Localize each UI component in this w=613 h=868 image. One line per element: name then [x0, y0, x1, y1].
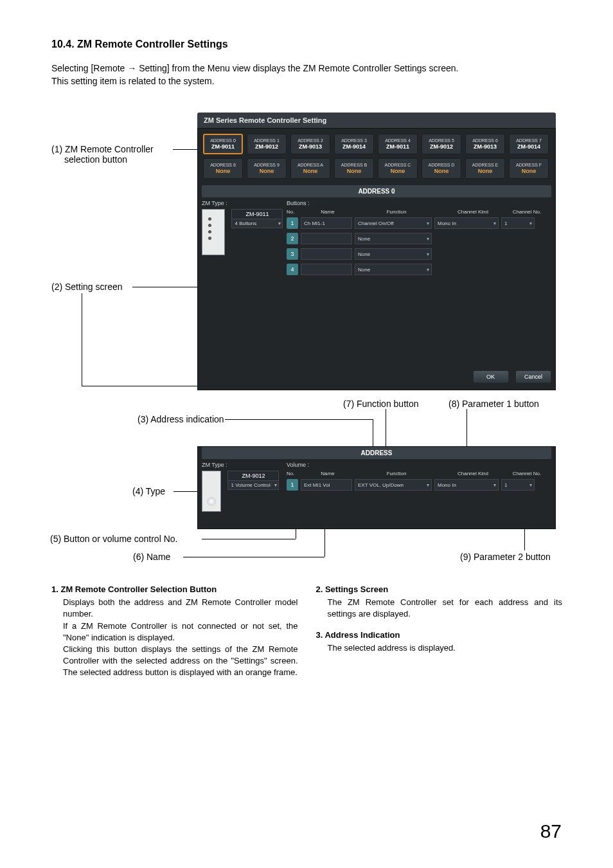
address-indicator-detail: ADDRESS [202, 447, 551, 459]
zm-type-label-detail: ZM Type : [202, 462, 284, 468]
item-2-title: 2. Settings Screen [316, 584, 563, 595]
hdr-name: Name [301, 471, 355, 476]
buttons-header: No. Name Function Channel Kind Channel N… [287, 209, 551, 215]
cancel-button[interactable]: Cancel [515, 370, 551, 383]
callout-7: (7) Function button [343, 399, 419, 409]
row-no: 1 [287, 217, 298, 229]
callout-4: (4) Type [132, 486, 165, 496]
function-select[interactable]: Channel On/Off▾ [355, 217, 432, 229]
button-row-detail-1: 1 Ext MI1 Vol EXT VOL. Up/Down▾ Mono In▾… [287, 479, 551, 491]
row-no: 1 [287, 479, 298, 491]
address-grid: ADDRESS 0ZM-9011 ADDRESS 1ZM-9012 ADDRES… [202, 132, 551, 181]
type-name-detail: ZM-9012 [227, 471, 279, 481]
hdr-func: Function [355, 471, 438, 476]
address-button-1[interactable]: ADDRESS 1ZM-9012 [247, 134, 287, 154]
intro-line-1: Selecting [Remote → Setting] from the Me… [51, 63, 458, 73]
callout-9: (9) Parameter 2 button [460, 552, 551, 562]
main-screenshot: ZM Series Remote Controller Setting ADDR… [197, 113, 556, 390]
function-select[interactable]: None▾ [355, 264, 432, 275]
section-title: 10.4. ZM Remote Controller Settings [51, 39, 562, 50]
chevron-down-icon: ▾ [274, 482, 277, 488]
intro-line-2: This setting item is related to the syst… [51, 76, 215, 86]
address-button-e[interactable]: ADDRESS ENone [465, 158, 505, 179]
buttons-header-detail: No. Name Function Channel Kind Channel N… [287, 471, 551, 476]
ok-button[interactable]: OK [473, 370, 509, 383]
leader-2h [82, 386, 199, 386]
callout-2: (2) Setting screen [51, 282, 123, 292]
hdr-p2: Channel No. [508, 209, 546, 215]
name-input[interactable] [301, 248, 352, 260]
function-select[interactable]: None▾ [355, 248, 432, 260]
button-row-1: 1 Ch MI1-1 Channel On/Off▾ Mono In▾ 1▾ [287, 217, 551, 229]
address-button-3[interactable]: ADDRESS 3ZM-9014 [334, 134, 374, 154]
item-1-body: Displays both the address and ZM Remote … [63, 597, 298, 678]
row-no: 2 [287, 233, 298, 244]
chevron-down-icon: ▾ [278, 221, 281, 226]
callout-1-line-a: (1) ZM Remote Controller [51, 144, 154, 154]
name-input[interactable]: Ext MI1 Vol [301, 479, 352, 491]
chevron-down-icon: ▾ [529, 221, 532, 226]
volume-label: Volume : [287, 462, 551, 468]
address-button-c[interactable]: ADDRESS CNone [378, 158, 418, 179]
callout-5: (5) Button or volume control No. [50, 534, 177, 544]
type-select-detail[interactable]: 1 Volume Control▾ [227, 481, 279, 490]
address-button-9[interactable]: ADDRESS 9None [247, 158, 287, 179]
buttons-label: Buttons : [287, 200, 551, 206]
leader-4 [173, 491, 199, 492]
chevron-down-icon: ▾ [529, 482, 532, 488]
chevron-down-icon: ▾ [427, 267, 429, 273]
leader-3 [225, 419, 373, 420]
name-input[interactable]: Ch MI1-1 [301, 217, 352, 229]
callout-8: (8) Parameter 1 button [449, 399, 539, 409]
type-select[interactable]: 4 Buttons▾ [231, 219, 283, 228]
address-indicator: ADDRESS 0 [202, 185, 551, 197]
param1-select[interactable]: Mono In▾ [434, 479, 499, 491]
address-button-8[interactable]: ADDRESS 8None [203, 158, 243, 179]
detail-screenshot: ADDRESS ZM Type : ZM-9012 1 Volume Contr… [197, 446, 556, 529]
address-button-2[interactable]: ADDRESS 2ZM-9013 [290, 134, 330, 154]
item-3-body: The selected address is displayed. [328, 642, 563, 654]
address-value: ZM-9011 [211, 144, 235, 150]
param2-select[interactable]: 1▾ [501, 479, 535, 491]
param2-select[interactable]: 1▾ [501, 217, 535, 229]
address-button-d[interactable]: ADDRESS DNone [422, 158, 461, 179]
knob-icon [207, 497, 216, 506]
button-row-3: 3 None▾ [287, 248, 551, 260]
chevron-down-icon: ▾ [493, 221, 496, 226]
address-button-a[interactable]: ADDRESS ANone [290, 158, 330, 179]
settings-area: ZM Type : ZM-9011 4 Buttons▾ [202, 200, 551, 335]
row-no: 3 [287, 248, 298, 260]
type-name: ZM-9011 [231, 209, 283, 219]
address-button-b[interactable]: ADDRESS BNone [334, 158, 374, 179]
hdr-p1: Channel Kind [438, 209, 508, 215]
callout-6: (6) Name [133, 552, 170, 562]
address-button-6[interactable]: ADDRESS 6ZM-9013 [465, 134, 505, 154]
callout-1: (1) ZM Remote Controller selection butto… [51, 144, 154, 165]
chevron-down-icon: ▾ [427, 221, 429, 226]
address-button-7[interactable]: ADDRESS 7ZM-9014 [509, 134, 549, 154]
param1-select[interactable]: Mono In▾ [434, 217, 499, 229]
hdr-p2: Channel No. [508, 471, 546, 476]
hdr-p1: Channel Kind [438, 471, 508, 476]
chevron-down-icon: ▾ [493, 482, 496, 488]
name-input[interactable] [301, 233, 352, 244]
button-row-2: 2 None▾ [287, 233, 551, 244]
name-input[interactable] [301, 264, 352, 275]
item-3-title: 3. Address Indication [316, 629, 563, 641]
leader-1 [173, 149, 199, 150]
function-select[interactable]: EXT VOL. Up/Down▾ [355, 479, 432, 491]
item-2-body: The ZM Remote Controller set for each ad… [328, 597, 563, 620]
body-columns: 1. ZM Remote Controller Selection Button… [51, 584, 562, 688]
device-image-detail [202, 471, 221, 512]
window-title: ZM Series Remote Controller Setting [197, 113, 556, 128]
leader-3v [373, 419, 373, 448]
leader-6 [183, 557, 324, 557]
hdr-name: Name [301, 209, 355, 215]
address-button-f[interactable]: ADDRESS FNone [509, 158, 549, 179]
address-button-4[interactable]: ADDRESS 4ZM-9011 [378, 134, 418, 154]
dialog-buttons: OK Cancel [202, 370, 551, 383]
address-button-0[interactable]: ADDRESS 0ZM-9011 [203, 134, 243, 154]
address-button-5[interactable]: ADDRESS 5ZM-9012 [422, 134, 461, 154]
item-1-title: 1. ZM Remote Controller Selection Button [51, 584, 298, 595]
function-select[interactable]: None▾ [355, 233, 432, 244]
